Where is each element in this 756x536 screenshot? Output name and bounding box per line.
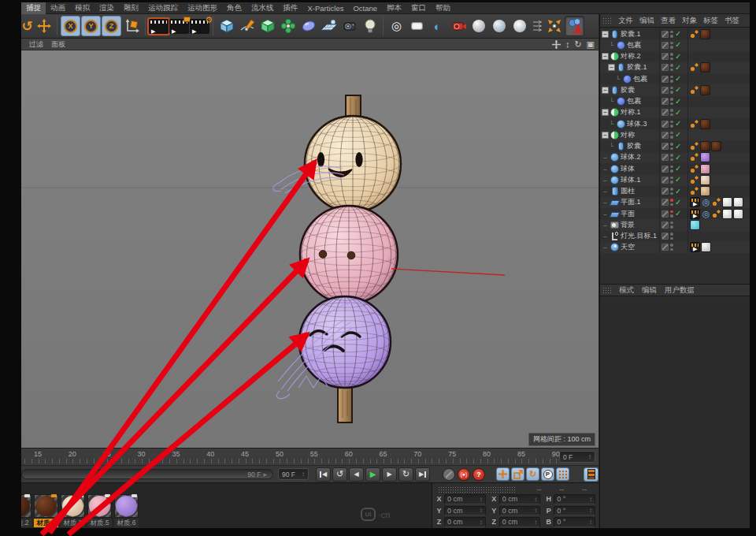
object-row[interactable]: −对称.1✓ [600,107,750,118]
layer-tag[interactable] [662,244,669,251]
material-tag[interactable] [700,152,710,162]
render-picture-viewer-button[interactable] [169,16,189,36]
render-settings-button[interactable]: ⚙ [190,16,209,36]
visibility-dots[interactable] [670,132,673,139]
stepper-icon[interactable]: ↕ [534,507,537,514]
material-item[interactable]: 材质.6 [114,494,139,528]
timeline-range-slider[interactable]: 90 F▶ [21,469,273,479]
stepper-icon[interactable]: ↕ [588,453,591,460]
enabled-check-icon[interactable]: ✓ [675,176,681,184]
menubar-item[interactable]: 窗口 [406,2,431,14]
object-row[interactable]: –背景 [600,219,750,230]
object-manager-menu-item[interactable]: 查看 [658,16,679,26]
collapse-button[interactable] [544,16,564,36]
object-row[interactable]: –平面.1✓◎ [600,197,750,208]
menubar-item[interactable]: 角色 [222,2,246,14]
target-tag[interactable]: ◎ [701,209,711,219]
layer-tag[interactable] [662,31,669,38]
primitive-cube-button[interactable] [217,16,236,36]
play-forward-button[interactable]: ↻ [398,467,413,482]
enabled-check-icon[interactable]: ✓ [675,86,681,94]
move-tool-button[interactable] [34,16,54,36]
key-scale-button[interactable] [511,467,524,481]
expand-toggle-icon[interactable]: − [608,64,615,71]
expand-toggle-icon[interactable]: − [602,31,609,38]
object-label[interactable]: –灯光.目标.1 [600,231,660,242]
layer-tag[interactable] [662,42,669,49]
mograph-cloner-button[interactable] [278,16,298,36]
object-label[interactable]: −对称 [600,129,660,140]
object-row[interactable]: –球体✓ [600,163,750,174]
enabled-check-icon[interactable]: ✓ [675,30,681,38]
object-manager-menu-item[interactable]: 编辑 [636,16,658,26]
compositing-tag[interactable] [690,197,700,207]
enabled-check-icon[interactable]: ✓ [675,188,681,195]
phong-tag[interactable] [690,119,699,129]
menubar-item[interactable]: 捕捉 [21,2,46,14]
material-tag[interactable] [733,197,743,207]
visibility-dots[interactable] [670,143,673,150]
panel-grip-icon[interactable] [438,486,516,493]
key-rotation-button[interactable]: ↻ [526,467,539,481]
object-row[interactable]: –平面✓◎ [600,208,750,219]
layer-tag[interactable] [662,121,669,128]
expand-toggle-icon[interactable]: − [602,109,609,116]
coord-x-field[interactable]: 0 cm↕ [444,494,486,504]
coord-z-field[interactable]: 0 cm↕ [499,517,541,527]
layer-tag[interactable] [662,177,669,184]
menubar-item[interactable]: 插件 [279,2,303,14]
material-tag[interactable] [701,242,711,252]
visibility-dots[interactable] [670,42,673,49]
object-row[interactable]: –球体.1✓ [600,174,750,185]
current-frame-field[interactable]: 0 F↕ [559,451,595,463]
coord-y-field[interactable]: 0 cm↕ [499,506,541,516]
menubar-item[interactable]: 雕刻 [119,2,143,14]
viewport-menu-item[interactable]: 面板 [47,39,69,50]
pan-icon[interactable] [552,40,561,49]
layer-tag[interactable] [662,109,669,116]
enabled-check-icon[interactable]: ✓ [675,154,681,162]
object-manager-menu-item[interactable]: 书签 [721,16,743,26]
visibility-dots[interactable] [670,166,673,173]
subdivision-surface-button[interactable] [258,16,277,36]
object-label[interactable]: –平面.1 [600,197,660,208]
layer-tag[interactable] [662,76,669,83]
material-item[interactable]: 材质.5 [87,494,112,528]
object-row[interactable]: –球体.2✓ [600,152,750,163]
area-light-button[interactable] [407,16,427,36]
visibility-dots[interactable] [670,64,673,71]
coord-b-field[interactable]: 0 °↕ [554,517,595,527]
play-backwards-button[interactable]: ↺ [332,467,347,482]
stepper-icon[interactable]: ↕ [534,496,537,503]
phong-tag[interactable] [690,164,699,174]
lock-x-button[interactable]: X [61,16,80,36]
go-to-end-button[interactable]: ▶ [415,467,430,482]
timeline-ruler[interactable]: 15202530354045505560657075808590 [21,449,558,465]
material-tag[interactable] [711,141,721,151]
material-tag[interactable] [700,141,710,151]
stepper-icon[interactable]: ↕ [534,519,537,526]
phong-tag[interactable] [690,186,699,196]
sky-preset-1-button[interactable] [469,16,488,36]
phong-tag[interactable] [690,29,699,39]
panel-grip-icon[interactable] [602,287,613,294]
drop-to-floor-button[interactable] [565,16,584,36]
object-label[interactable]: └球体.3 [600,118,660,129]
compositing-tag[interactable] [690,242,700,252]
key-position-button[interactable] [496,467,510,481]
background-button[interactable]: ◐ [428,16,447,36]
object-label[interactable]: −对称.2 [600,51,660,62]
phong-tag[interactable] [690,141,699,151]
object-manager-menu-item[interactable]: 文件 [615,16,636,26]
spline-pen-button[interactable] [237,16,257,36]
enabled-check-icon[interactable]: ✓ [675,131,681,139]
material-tag[interactable] [700,186,710,196]
material-tag[interactable] [700,85,710,95]
enabled-check-icon[interactable]: ✓ [675,98,681,106]
object-row[interactable]: −胶囊.1✓ [600,62,750,73]
layer-tag[interactable] [662,188,669,195]
layer-tag[interactable] [662,53,669,60]
menubar-item[interactable]: 模拟 [70,2,94,14]
stepper-icon[interactable]: ↕ [589,519,592,526]
dolly-icon[interactable]: ↕ [565,39,570,49]
